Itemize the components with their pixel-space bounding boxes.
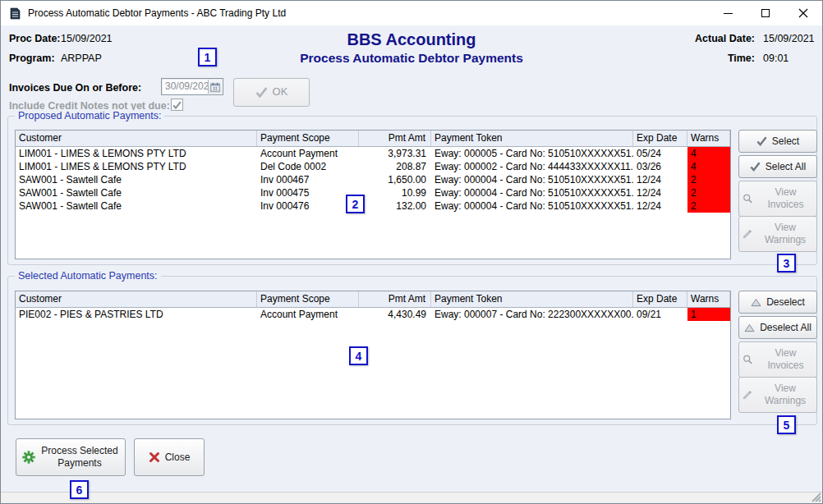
- select-button-label: Select: [772, 135, 799, 148]
- deselect-all-button[interactable]: Deselect All: [738, 316, 817, 339]
- cell-token: Eway: 000004 - Card No: 510510XXXXXX51..…: [431, 186, 633, 199]
- cell-customer: SAW001 - Sawtell Cafe: [16, 173, 257, 186]
- close-button[interactable]: Close: [134, 438, 205, 476]
- maximize-button[interactable]: [747, 1, 784, 25]
- cell-warns: 2: [687, 173, 730, 186]
- column-header-exp[interactable]: Exp Date: [633, 131, 687, 146]
- window-controls: [709, 1, 822, 25]
- app-icon: [8, 7, 22, 21]
- minimize-icon: [724, 13, 733, 14]
- annotation-2: 2: [346, 195, 365, 213]
- cell-warns: 4: [687, 160, 730, 173]
- actual-date-value: 15/09/2021: [763, 33, 815, 44]
- column-header-customer[interactable]: Customer: [16, 131, 257, 146]
- status-bar: [1, 492, 822, 503]
- cell-exp: 09/21: [633, 308, 687, 321]
- triangle-icon: [744, 323, 755, 332]
- column-header-amount[interactable]: Pmt Amt: [359, 291, 431, 307]
- selected-table-body: PIE002 - PIES & PASTRIES LTDAccount Paym…: [16, 308, 730, 321]
- cell-exp: 12/24: [633, 186, 687, 199]
- magnifier-icon: [743, 354, 753, 365]
- select-button[interactable]: Select: [738, 130, 817, 153]
- process-button-label: Process Selected Payments: [40, 445, 119, 470]
- cell-token: Eway: 000007 - Card No: 222300XXXXXX00..…: [431, 308, 633, 321]
- view-invoices-button-label: View Invoices: [758, 186, 813, 211]
- column-header-customer[interactable]: Customer: [16, 291, 257, 307]
- column-header-amount[interactable]: Pmt Amt: [359, 131, 431, 146]
- deselect-button-label: Deselect: [766, 296, 805, 309]
- deselect-all-button-label: Deselect All: [760, 322, 812, 334]
- cell-scope: Inv 000467: [257, 173, 359, 186]
- column-header-scope[interactable]: Payment Scope: [257, 291, 359, 307]
- view-warnings-button[interactable]: View Warnings: [738, 216, 817, 252]
- table-row[interactable]: LIM001 - LIMES & LEMONS PTY LTDDel Code …: [16, 160, 730, 173]
- due-date-input[interactable]: 30/09/2021: [161, 78, 223, 95]
- minimize-button[interactable]: [709, 1, 747, 25]
- cell-amount: 132.00: [359, 199, 431, 213]
- selected-payments-table[interactable]: CustomerPayment ScopePmt AmtPayment Toke…: [15, 291, 731, 419]
- column-header-scope[interactable]: Payment Scope: [257, 131, 359, 146]
- cell-customer: LIM001 - LIMES & LEMONS PTY LTD: [16, 160, 257, 173]
- cell-warns: 4: [687, 147, 730, 160]
- view-warnings-button[interactable]: View Warnings: [738, 377, 817, 413]
- view-invoices-button[interactable]: View Invoices: [738, 341, 817, 378]
- table-row[interactable]: LIM001 - LIMES & LEMONS PTY LTDAccount P…: [16, 147, 730, 160]
- cell-warns: 2: [687, 199, 730, 213]
- column-header-exp[interactable]: Exp Date: [633, 291, 687, 307]
- annotation-6: 6: [70, 480, 89, 499]
- selected-group-title: Selected Automatic Payments:: [15, 270, 161, 282]
- check-icon: [255, 87, 268, 98]
- warnings-pen-icon: [743, 389, 752, 401]
- page-title: Process Automatic Debtor Payments: [1, 51, 822, 66]
- process-gear-icon: [22, 451, 35, 464]
- cell-exp: 05/24: [633, 147, 687, 160]
- warnings-pen-icon: [743, 228, 752, 240]
- cell-amount: 10.99: [359, 186, 431, 199]
- column-header-token[interactable]: Payment Token: [431, 131, 633, 146]
- view-invoices-button[interactable]: View Invoices: [738, 181, 817, 217]
- resize-grip[interactable]: [812, 493, 821, 502]
- column-header-token[interactable]: Payment Token: [431, 291, 633, 307]
- checkbox-check-icon: [172, 101, 182, 109]
- cell-exp: 03/26: [633, 160, 687, 173]
- cell-customer: PIE002 - PIES & PASTRIES LTD: [16, 308, 257, 321]
- close-button-label: Close: [165, 451, 191, 464]
- cell-exp: 12/24: [633, 173, 687, 186]
- cell-exp: 12/24: [633, 199, 687, 213]
- annotation-1: 1: [198, 48, 217, 66]
- app-window: Process Automatic Debtor Payments - ABC …: [0, 0, 823, 504]
- view-invoices-button-label: View Invoices: [758, 347, 813, 372]
- date-picker-button[interactable]: [208, 80, 222, 94]
- due-date-label: Invoices Due On or Before:: [9, 82, 141, 94]
- table-row[interactable]: SAW001 - Sawtell CafeInv 00047510.99Eway…: [16, 186, 730, 199]
- annotation-5: 5: [777, 415, 796, 434]
- cell-warns: 1: [687, 308, 730, 321]
- ok-button-label: OK: [273, 85, 288, 99]
- check-icon: [756, 136, 767, 146]
- column-header-warns[interactable]: Warns: [687, 131, 730, 146]
- column-header-warns[interactable]: Warns: [687, 291, 730, 307]
- view-warnings-button-label: View Warnings: [757, 383, 813, 407]
- magnifier-icon: [743, 193, 753, 204]
- titlebar: Process Automatic Debtor Payments - ABC …: [1, 1, 822, 25]
- proposed-payments-table[interactable]: CustomerPayment ScopePmt AmtPayment Toke…: [15, 130, 731, 259]
- process-selected-payments-button[interactable]: Process Selected Payments: [16, 438, 126, 476]
- cell-amount: 4,430.49: [359, 308, 431, 321]
- table-row[interactable]: SAW001 - Sawtell CafeInv 000476132.00Ewa…: [16, 199, 730, 213]
- cell-amount: 1,650.00: [359, 173, 431, 186]
- actual-date-label: Actual Date:: [695, 33, 755, 44]
- red-x-icon: [149, 451, 160, 463]
- time-label: Time:: [728, 53, 755, 64]
- select-all-button[interactable]: Select All: [738, 155, 817, 178]
- proposed-group-title: Proposed Automatic Payments:: [15, 110, 164, 121]
- close-window-button[interactable]: [784, 1, 822, 25]
- table-row[interactable]: SAW001 - Sawtell CafeInv 0004671,650.00E…: [16, 173, 730, 186]
- cell-token: Eway: 000002 - Card No: 444433XXXXXX11..…: [431, 160, 633, 173]
- ok-button[interactable]: OK: [233, 78, 310, 107]
- proposed-payments-group: Proposed Automatic Payments: CustomerPay…: [7, 116, 817, 265]
- table-row[interactable]: PIE002 - PIES & PASTRIES LTDAccount Paym…: [16, 308, 730, 321]
- deselect-button[interactable]: Deselect: [738, 291, 817, 314]
- credit-notes-checkbox[interactable]: [171, 99, 183, 111]
- annotation-3: 3: [777, 254, 796, 273]
- selected-payments-group: Selected Automatic Payments: CustomerPay…: [7, 276, 817, 425]
